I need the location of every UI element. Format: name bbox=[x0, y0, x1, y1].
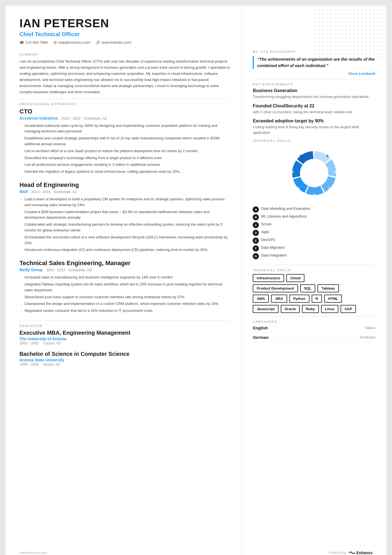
legend-circle-f: F bbox=[253, 245, 259, 251]
footer-brand: Powered by Enhancv bbox=[329, 551, 373, 555]
link-icon: 🔗 bbox=[96, 40, 100, 45]
job-title-cto: CTO bbox=[19, 108, 230, 115]
bullet: Established and curated strategic partne… bbox=[21, 135, 230, 147]
chart-label-g: G bbox=[299, 154, 302, 157]
legend-label-e: DevOPS bbox=[261, 238, 275, 242]
chart-label-d: D bbox=[313, 193, 315, 196]
skill-tag-jira: JIRA bbox=[271, 295, 287, 303]
education-label: EDUCATION bbox=[19, 324, 230, 327]
company-line-hoe: Wolf 2013 - 2016 Scottsdale, AZ bbox=[19, 189, 230, 194]
chart-label-b: B bbox=[334, 170, 336, 174]
donut-center bbox=[300, 159, 328, 187]
edu-meta-1: 2000 - 2001 Tucson, AZ bbox=[19, 341, 230, 345]
skills-chart-label: TECHNICAL SKILLS bbox=[253, 139, 375, 142]
bullet: Led re-architect effort of a core SaaS p… bbox=[21, 148, 230, 154]
bullet: Led all professional services engagement… bbox=[21, 162, 230, 168]
skill-tag-javascript: Javascript bbox=[253, 305, 278, 313]
education-section: EDUCATION Executive MBA, Engineering Man… bbox=[19, 324, 230, 366]
bullet: Diversified the company's technology off… bbox=[21, 155, 230, 161]
page-footer: www.enhancv.com Powered by Enhancv bbox=[6, 551, 386, 555]
bullet: Lead a team of developers to build a pro… bbox=[21, 196, 230, 208]
divider4 bbox=[253, 265, 375, 265]
enhancv-brand-name: Enhancv bbox=[356, 551, 373, 555]
summary-section: SUMMARY I am an accomplished Chief Techn… bbox=[19, 53, 230, 95]
chart-label-f: F bbox=[292, 170, 294, 174]
powered-by-label: Powered by bbox=[329, 551, 346, 555]
skill-tags-row3: AWS JIRA Python R HTML bbox=[253, 295, 375, 303]
right-column: MY LIFE PHILOSOPHY "The achievements of … bbox=[242, 6, 386, 555]
legend-circle-e: E bbox=[253, 238, 259, 244]
bullet: Introduced continuous integration (CI) a… bbox=[21, 247, 230, 253]
summary-text: I am an accomplished Chief Technical Off… bbox=[19, 58, 230, 95]
job-title-hoe: Head of Engineering bbox=[19, 181, 230, 189]
legend-label-c: Scrum bbox=[261, 222, 272, 226]
languages-label: LANGUAGES bbox=[253, 320, 375, 323]
legend-circle-a: A bbox=[253, 206, 259, 213]
job-bullets-hoe: Lead a team of developers to build a pro… bbox=[21, 196, 230, 253]
skill-tag-tableau: Tableau bbox=[317, 284, 339, 292]
skill-tag-product-dev: Product Development bbox=[253, 284, 298, 292]
legend-circle-d: D bbox=[253, 230, 259, 236]
divider bbox=[19, 99, 230, 99]
chart-label-a: A bbox=[326, 154, 329, 157]
job-years-hoe: 2013 - 2016 Scottsdale, AZ bbox=[31, 190, 77, 194]
legend-label-d: Agile bbox=[261, 230, 269, 234]
job-years-ts: 2002 - 2013 Scottsdale, AZ bbox=[46, 268, 92, 272]
chart-label-c: C bbox=[328, 186, 331, 190]
skill-tag-python: Python bbox=[289, 295, 309, 303]
legend-label-f: Data Migration bbox=[261, 245, 285, 250]
email-icon: @ bbox=[53, 40, 57, 45]
skill-tag-linux: Linux bbox=[321, 305, 339, 313]
achievement-desc-3: Cutting loading time & fixing key securi… bbox=[253, 124, 375, 135]
job-bullets-ts: Increased sales in manufacturing and bus… bbox=[21, 275, 230, 314]
contact-line: ☎ 123-456-7890 @ help@enhancv.com 🔗 www.… bbox=[19, 40, 230, 45]
skill-tag-r: R bbox=[312, 295, 322, 303]
job-years-cto: 2016 - 2022 Scottsdale, AZ bbox=[61, 116, 107, 120]
linkedin-url: www.linkedin.com/ bbox=[101, 40, 131, 45]
job-title: Chief Technical Officer bbox=[19, 31, 230, 38]
email-contact: @ help@enhancv.com bbox=[53, 40, 90, 45]
bullet: Orchestrated the successful rollout of a… bbox=[21, 235, 230, 246]
skill-tags-row4: Javascript Oracle Ruby Linux SAP bbox=[253, 305, 375, 313]
legend-a: A Data Modelling and Evaluation bbox=[253, 206, 375, 213]
achievement-desc-1: Transforming struggling departments into… bbox=[253, 94, 375, 100]
svg-rect-1 bbox=[314, 6, 386, 61]
bullet: Collaborated with strategic manufacturin… bbox=[21, 222, 230, 233]
chart-label-e: E bbox=[298, 186, 300, 190]
skill-tag-cloud: Cloud bbox=[286, 274, 304, 282]
company-line-ts: Reilly Group 2002 - 2013 Scottsdale, AZ bbox=[19, 267, 230, 272]
skill-tag-sap: SAP bbox=[341, 305, 356, 313]
job-cto: CTO Acceleron Industries 2016 - 2022 Sco… bbox=[19, 108, 230, 175]
legend-label-g: Data Integration bbox=[261, 253, 287, 257]
legend-e: E DevOPS bbox=[253, 238, 375, 244]
language-german: German Proficient bbox=[253, 335, 375, 342]
philosophy-author: Vince Lombardi bbox=[253, 71, 375, 76]
lang-name-english: English bbox=[253, 325, 268, 330]
footer-website: www.enhancv.com bbox=[19, 551, 47, 555]
job-head-engineering: Head of Engineering Wolf 2013 - 2016 Sco… bbox=[19, 181, 230, 253]
edu-meta-2: 1996 - 2000 Tempe, AZ bbox=[19, 362, 230, 366]
bullet: Championed the design and implementation… bbox=[21, 301, 230, 307]
job-bullets-cto: Accelerated outbound sales cycle by 330%… bbox=[21, 123, 230, 175]
legend-b: B ML Libraries and Algorythms bbox=[253, 214, 375, 220]
lang-level-english: Native bbox=[365, 326, 375, 330]
full-name: IAN PETERSEN bbox=[19, 17, 230, 30]
languages-section: LANGUAGES English Native German Proficie… bbox=[253, 320, 375, 342]
skills-tags-section: TECHNICAL SKILLS Infrastructure Cloud Pr… bbox=[253, 268, 375, 313]
enhancv-logo-icon bbox=[349, 551, 355, 555]
email-address: help@enhancv.com bbox=[58, 40, 90, 45]
legend-circle-c: C bbox=[253, 222, 259, 228]
legend-g: G Data Integration bbox=[253, 253, 375, 259]
skill-tag-sql: SQL bbox=[300, 284, 316, 292]
achievements-section: KEY ACHIEVEMENTS Business Generation Tra… bbox=[253, 83, 375, 135]
skill-tags-row2: Product Development SQL Tableau bbox=[253, 284, 375, 292]
phone-icon: ☎ bbox=[19, 40, 24, 45]
edu-mba: Executive MBA, Engineering Management Th… bbox=[19, 330, 230, 345]
phone-number: 123-456-7890 bbox=[25, 40, 48, 45]
bullet: Streamlined post-sales support to increa… bbox=[21, 294, 230, 300]
company-name-cto: Acceleron Industries bbox=[19, 116, 58, 120]
lang-level-german: Proficient bbox=[360, 335, 375, 339]
resume-header: IAN PETERSEN Chief Technical Officer ☎ 1… bbox=[19, 17, 230, 45]
bullet: Curated a $2M business implementation pr… bbox=[21, 209, 230, 221]
job-technical-sales: Technical Sales Engineering, Manager Rei… bbox=[19, 260, 230, 314]
